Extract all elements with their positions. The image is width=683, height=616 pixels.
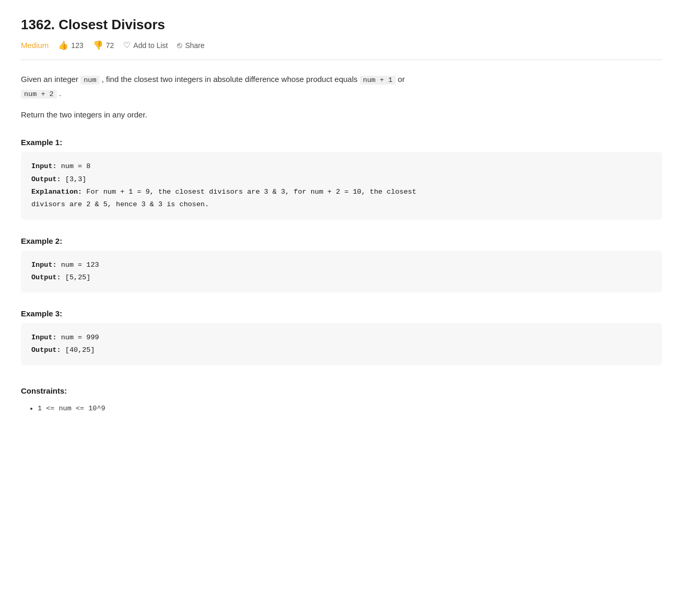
problem-title: 1362. Closest Divisors (21, 17, 662, 33)
upvote-button[interactable]: 👍 123 (58, 40, 83, 50)
example-1-explanation-line2: divisors are 2 & 5, hence 3 & 3 is chose… (31, 198, 652, 211)
num-plus-2-code: num + 2 (21, 90, 57, 99)
desc-text-or: or (396, 75, 405, 84)
downvote-button[interactable]: 👎 72 (93, 40, 114, 50)
downvote-count: 72 (106, 41, 114, 50)
example-2-code: Input: num = 123 Output: [5,25] (21, 251, 662, 293)
meta-bar: Medium 👍 123 👎 72 ♡ Add to List ⎋ Share (21, 40, 662, 60)
example-2: Example 2: Input: num = 123 Output: [5,2… (21, 236, 662, 293)
example-2-output-line: Output: [5,25] (31, 271, 652, 284)
num-plus-1-code: num + 1 (360, 76, 396, 85)
example-1-code: Input: num = 8 Output: [3,3] Explanation… (21, 152, 662, 219)
example-2-title: Example 2: (21, 236, 662, 245)
example-2-input-line: Input: num = 123 (31, 259, 652, 271)
example-2-output-label: Output: (31, 274, 61, 281)
desc-text-end: . (57, 89, 61, 98)
thumbs-down-icon: 👎 (93, 40, 103, 50)
example-3-input-line: Input: num = 999 (31, 331, 652, 344)
example-1-output-line: Output: [3,3] (31, 173, 652, 186)
thumbs-up-icon: 👍 (58, 40, 68, 50)
desc-text-2: , find the closest two integers in absol… (100, 75, 360, 84)
example-1-input-line: Input: num = 8 (31, 160, 652, 173)
constraints-list: 1 <= num <= 10^9 (21, 402, 662, 415)
share-icon: ⎋ (177, 41, 182, 50)
example-3: Example 3: Input: num = 999 Output: [40,… (21, 309, 662, 365)
num-code-1: num (80, 76, 99, 85)
example-3-input-label: Input: (31, 334, 57, 341)
desc-text-1: Given an integer (21, 75, 80, 84)
constraints-section: Constraints: 1 <= num <= 10^9 (21, 386, 662, 415)
problem-description: Given an integer num , find the closest … (21, 73, 662, 121)
example-3-title: Example 3: (21, 309, 662, 318)
example-2-input-label: Input: (31, 261, 57, 269)
share-label: Share (185, 41, 204, 50)
upvote-count: 123 (71, 41, 83, 50)
add-to-list-button[interactable]: ♡ Add to List (123, 40, 168, 50)
description-paragraph-2: Return the two integers in any order. (21, 108, 662, 122)
example-3-code: Input: num = 999 Output: [40,25] (21, 323, 662, 365)
constraints-title: Constraints: (21, 386, 662, 395)
heart-icon: ♡ (123, 40, 131, 50)
example-1-explanation-line1: Explanation: For num + 1 = 9, the closes… (31, 186, 652, 198)
example-1-title: Example 1: (21, 138, 662, 147)
example-1-output-label: Output: (31, 175, 61, 183)
example-1-input-label: Input: (31, 162, 57, 170)
add-to-list-label: Add to List (133, 41, 168, 50)
example-3-output-label: Output: (31, 346, 61, 354)
difficulty-badge: Medium (21, 41, 49, 50)
share-button[interactable]: ⎋ Share (177, 41, 204, 50)
example-1: Example 1: Input: num = 8 Output: [3,3] … (21, 138, 662, 219)
example-3-output-line: Output: [40,25] (31, 344, 652, 357)
constraint-item-1: 1 <= num <= 10^9 (38, 402, 662, 415)
example-1-input-val: num = 8 (61, 162, 91, 170)
description-paragraph-1: Given an integer num , find the closest … (21, 73, 662, 101)
example-1-explanation-label: Explanation: (31, 188, 82, 196)
